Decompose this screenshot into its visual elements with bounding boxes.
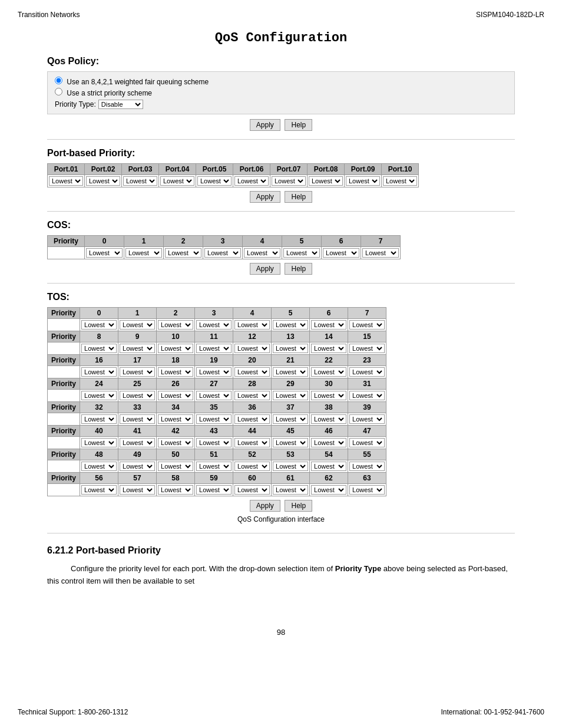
port-01-select[interactable]: LowestLowMediumHigh — [49, 176, 83, 186]
tos-select-6-6[interactable]: LowestLowMediumHigh — [311, 462, 346, 471]
tos-select-7-3[interactable]: LowestLowMediumHigh — [196, 485, 232, 495]
tos-select-6-7[interactable]: LowestLowMediumHigh — [349, 462, 385, 471]
cos-1-select[interactable]: LowestLowMediumHigh — [125, 248, 162, 258]
tos-select-4-4[interactable]: LowestLowMediumHigh — [234, 414, 270, 424]
port-priority-help-button[interactable]: Help — [285, 191, 312, 203]
tos-select-3-4[interactable]: LowestLowMediumHigh — [234, 391, 270, 400]
tos-select-0-4[interactable]: LowestLowMediumHigh — [234, 320, 270, 330]
cos-col-1: 1 — [124, 236, 164, 247]
tos-select-4-1[interactable]: LowestLowMediumHigh — [120, 414, 155, 424]
tos-select-1-3[interactable]: LowestLowMediumHigh — [196, 344, 232, 353]
cos-5-select[interactable]: LowestLowMediumHigh — [283, 248, 320, 258]
tos-select-0-1[interactable]: LowestLowMediumHigh — [120, 320, 155, 330]
tos-select-1-0[interactable]: LowestLowMediumHigh — [81, 344, 117, 353]
tos-num-5-4: 44 — [233, 426, 272, 437]
tos-select-4-3[interactable]: LowestLowMediumHigh — [196, 414, 232, 424]
tos-select-3-7[interactable]: LowestLowMediumHigh — [349, 391, 385, 400]
tos-select-6-0[interactable]: LowestLowMediumHigh — [81, 462, 117, 471]
port-03-select[interactable]: LowestLowMediumHigh — [123, 176, 157, 186]
port-07-select[interactable]: LowestLowMediumHigh — [272, 176, 306, 186]
cos-7-select[interactable]: LowestLowMediumHigh — [362, 248, 399, 258]
tos-select-0-2[interactable]: LowestLowMediumHigh — [158, 320, 193, 330]
tos-select-1-5[interactable]: LowestLowMediumHigh — [273, 344, 308, 353]
cos-6-select[interactable]: LowestLowMediumHigh — [323, 248, 359, 258]
tos-select-4-6[interactable]: LowestLowMediumHigh — [311, 414, 346, 424]
port-09-select[interactable]: LowestLowMediumHigh — [346, 176, 380, 186]
tos-select-3-3[interactable]: LowestLowMediumHigh — [196, 391, 232, 400]
tos-select-1-6[interactable]: LowestLowMediumHigh — [311, 344, 346, 353]
tos-select-4-5[interactable]: LowestLowMediumHigh — [273, 414, 308, 424]
tos-select-1-1[interactable]: LowestLowMediumHigh — [120, 344, 155, 353]
tos-select-6-3[interactable]: LowestLowMediumHigh — [196, 462, 232, 471]
tos-num-4-3: 35 — [195, 402, 233, 413]
tos-select-2-4[interactable]: LowestLowMediumHigh — [234, 367, 270, 377]
tos-select-2-1[interactable]: LowestLowMediumHigh — [120, 367, 155, 377]
tos-select-6-1[interactable]: LowestLowMediumHigh — [120, 462, 155, 471]
tos-select-6-2[interactable]: LowestLowMediumHigh — [158, 462, 193, 471]
tos-select-4-2[interactable]: LowestLowMediumHigh — [158, 414, 193, 424]
tos-select-6-5[interactable]: LowestLowMediumHigh — [273, 462, 308, 471]
tos-select-2-0[interactable]: LowestLowMediumHigh — [81, 367, 117, 377]
tos-select-0-6[interactable]: LowestLowMediumHigh — [311, 320, 346, 330]
port-04-select[interactable]: LowestLowMediumHigh — [160, 176, 194, 186]
cos-4-select[interactable]: LowestLowMediumHigh — [244, 248, 280, 258]
policy-option1-radio[interactable] — [55, 77, 62, 84]
port-08-select[interactable]: LowestLowMediumHigh — [309, 176, 343, 186]
tos-select-2-5[interactable]: LowestLowMediumHigh — [273, 367, 308, 377]
qos-policy-apply-button[interactable]: Apply — [250, 119, 280, 131]
tos-select-0-5[interactable]: LowestLowMediumHigh — [273, 320, 308, 330]
tos-select-7-7[interactable]: LowestLowMediumHigh — [349, 485, 385, 495]
tos-select-7-0[interactable]: LowestLowMediumHigh — [81, 485, 117, 495]
policy-option2-label[interactable]: Use a strict priority scheme — [55, 88, 507, 97]
tos-select-5-5[interactable]: LowestLowMediumHigh — [273, 438, 308, 447]
qos-policy-help-button[interactable]: Help — [285, 119, 312, 131]
tos-select-2-3[interactable]: LowestLowMediumHigh — [196, 367, 232, 377]
tos-select-0-3[interactable]: LowestLowMediumHigh — [196, 320, 232, 330]
tos-select-0-7[interactable]: LowestLowMediumHigh — [349, 320, 385, 330]
tos-select-3-2[interactable]: LowestLowMediumHigh — [158, 391, 193, 400]
tos-select-2-6[interactable]: LowestLowMediumHigh — [311, 367, 346, 377]
policy-option2-text: Use a strict priority scheme — [67, 89, 152, 97]
tos-select-5-7[interactable]: LowestLowMediumHigh — [349, 438, 385, 447]
port-priority-apply-button[interactable]: Apply — [250, 191, 280, 203]
cos-2-select[interactable]: LowestLowMediumHigh — [165, 248, 201, 258]
tos-select-7-1[interactable]: LowestLowMediumHigh — [120, 485, 155, 495]
cos-col-4: 4 — [243, 236, 282, 247]
port-05-select[interactable]: LowestLowMediumHigh — [197, 176, 232, 186]
port-06-select[interactable]: LowestLowMediumHigh — [234, 176, 269, 186]
tos-select-5-4[interactable]: LowestLowMediumHigh — [234, 438, 270, 447]
policy-option2-radio[interactable] — [55, 88, 62, 95]
priority-type-select[interactable]: Disable Port-based COS TOS — [98, 100, 143, 109]
port-02-select[interactable]: LowestLowMediumHigh — [86, 176, 120, 186]
tos-select-3-0[interactable]: LowestLowMediumHigh — [81, 391, 117, 400]
tos-select-7-5[interactable]: LowestLowMediumHigh — [273, 485, 308, 495]
cos-apply-button[interactable]: Apply — [250, 263, 280, 275]
tos-select-5-3[interactable]: LowestLowMediumHigh — [196, 438, 232, 447]
tos-select-2-2[interactable]: LowestLowMediumHigh — [158, 367, 193, 377]
tos-select-3-1[interactable]: LowestLowMediumHigh — [120, 391, 155, 400]
tos-select-7-4[interactable]: LowestLowMediumHigh — [234, 485, 270, 495]
cos-0-select[interactable]: LowestLowMediumHigh — [86, 248, 123, 258]
tos-select-1-7[interactable]: LowestLowMediumHigh — [349, 344, 385, 353]
tos-apply-button[interactable]: Apply — [250, 500, 280, 512]
cos-3-select[interactable]: LowestLowMediumHigh — [204, 248, 241, 258]
tos-select-1-2[interactable]: LowestLowMediumHigh — [158, 344, 193, 353]
port-10-select[interactable]: LowestLowMediumHigh — [383, 176, 417, 186]
cos-help-button[interactable]: Help — [285, 263, 312, 275]
tos-select-0-0[interactable]: LowestLowMediumHigh — [81, 320, 117, 330]
tos-select-3-5[interactable]: LowestLowMediumHigh — [273, 391, 308, 400]
tos-select-5-1[interactable]: LowestLowMediumHigh — [120, 438, 155, 447]
tos-select-5-0[interactable]: LowestLowMediumHigh — [81, 438, 117, 447]
policy-option1-label[interactable]: Use an 8,4,2,1 weighted fair queuing sch… — [55, 77, 507, 86]
tos-select-5-6[interactable]: LowestLowMediumHigh — [311, 438, 346, 447]
tos-select-3-6[interactable]: LowestLowMediumHigh — [311, 391, 346, 400]
tos-select-4-7[interactable]: LowestLowMediumHigh — [349, 414, 385, 424]
tos-select-5-2[interactable]: LowestLowMediumHigh — [158, 438, 193, 447]
tos-select-2-7[interactable]: LowestLowMediumHigh — [349, 367, 385, 377]
tos-select-1-4[interactable]: LowestLowMediumHigh — [234, 344, 270, 353]
tos-select-7-2[interactable]: LowestLowMediumHigh — [158, 485, 193, 495]
tos-select-4-0[interactable]: LowestLowMediumHigh — [81, 414, 117, 424]
tos-select-7-6[interactable]: LowestLowMediumHigh — [311, 485, 346, 495]
tos-help-button[interactable]: Help — [285, 500, 312, 512]
tos-select-6-4[interactable]: LowestLowMediumHigh — [234, 462, 270, 471]
